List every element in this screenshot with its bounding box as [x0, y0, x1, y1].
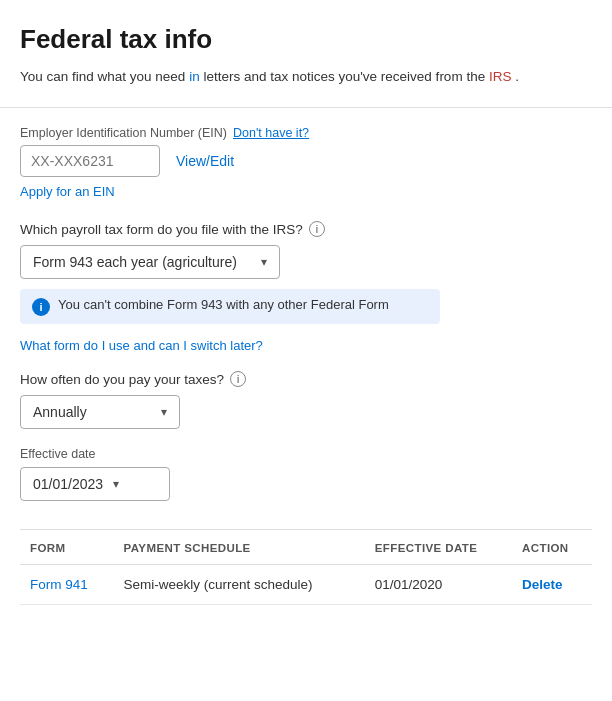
ein-input-row: View/Edit [20, 145, 592, 177]
effective-date-value: 01/01/2023 [33, 476, 103, 492]
payroll-form-question: Which payroll tax form do you file with … [20, 221, 592, 237]
table-section: FORM PAYMENT SCHEDULE EFFECTIVE DATE ACT… [20, 529, 592, 605]
warning-text: You can't combine Form 943 with any othe… [58, 297, 389, 312]
cell-effective-date: 01/01/2020 [365, 565, 512, 605]
payroll-form-info-icon[interactable]: i [309, 221, 325, 237]
col-header-form: FORM [20, 530, 113, 565]
top-divider [0, 107, 612, 108]
payroll-form-chevron: ▾ [261, 255, 267, 269]
payroll-form-selected-value: Form 943 each year (agriculture) [33, 254, 237, 270]
page-title: Federal tax info [20, 24, 592, 55]
effective-date-chevron: ▾ [113, 477, 119, 491]
payment-frequency-question: How often do you pay your taxes? i [20, 371, 592, 387]
payroll-form-warning: i You can't combine Form 943 with any ot… [20, 289, 440, 324]
payment-frequency-question-text: How often do you pay your taxes? [20, 372, 224, 387]
intro-middle: letters and tax notices you've received … [203, 69, 488, 84]
cell-action-delete[interactable]: Delete [512, 565, 592, 605]
intro-link-in[interactable]: in [189, 69, 200, 84]
warning-info-icon: i [32, 298, 50, 316]
ein-label-row: Employer Identification Number (EIN) Don… [20, 126, 592, 140]
cell-payment-schedule: Semi-weekly (current schedule) [113, 565, 364, 605]
apply-ein-link[interactable]: Apply for an EIN [20, 184, 115, 199]
cell-form: Form 941 [20, 565, 113, 605]
table-row: Form 941Semi-weekly (current schedule)01… [20, 565, 592, 605]
view-edit-link[interactable]: View/Edit [176, 153, 234, 169]
ein-label: Employer Identification Number (EIN) [20, 126, 227, 140]
payment-frequency-section: How often do you pay your taxes? i Annua… [20, 371, 592, 429]
what-form-link[interactable]: What form do I use and can I switch late… [20, 338, 263, 353]
payment-frequency-info-icon[interactable]: i [230, 371, 246, 387]
ein-input[interactable] [20, 145, 160, 177]
payroll-form-question-text: Which payroll tax form do you file with … [20, 222, 303, 237]
payment-schedule-table: FORM PAYMENT SCHEDULE EFFECTIVE DATE ACT… [20, 530, 592, 605]
payment-frequency-selected-value: Annually [33, 404, 87, 420]
table-header-row: FORM PAYMENT SCHEDULE EFFECTIVE DATE ACT… [20, 530, 592, 565]
effective-date-label: Effective date [20, 447, 592, 461]
intro-text: You can find what you need in letters an… [20, 67, 592, 87]
col-header-effective-date: EFFECTIVE DATE [365, 530, 512, 565]
payroll-form-section: Which payroll tax form do you file with … [20, 221, 592, 353]
payroll-form-select[interactable]: Form 943 each year (agriculture) ▾ [20, 245, 280, 279]
col-header-action: ACTION [512, 530, 592, 565]
effective-date-select[interactable]: 01/01/2023 ▾ [20, 467, 170, 501]
effective-date-section: Effective date 01/01/2023 ▾ [20, 447, 592, 501]
intro-link-irs[interactable]: IRS [489, 69, 512, 84]
intro-before: You can find what you need [20, 69, 189, 84]
payment-frequency-chevron: ▾ [161, 405, 167, 419]
dont-have-link[interactable]: Don't have it? [233, 126, 309, 140]
ein-section: Employer Identification Number (EIN) Don… [20, 126, 592, 199]
payment-frequency-select[interactable]: Annually ▾ [20, 395, 180, 429]
col-header-payment-schedule: PAYMENT SCHEDULE [113, 530, 364, 565]
intro-after: . [515, 69, 519, 84]
